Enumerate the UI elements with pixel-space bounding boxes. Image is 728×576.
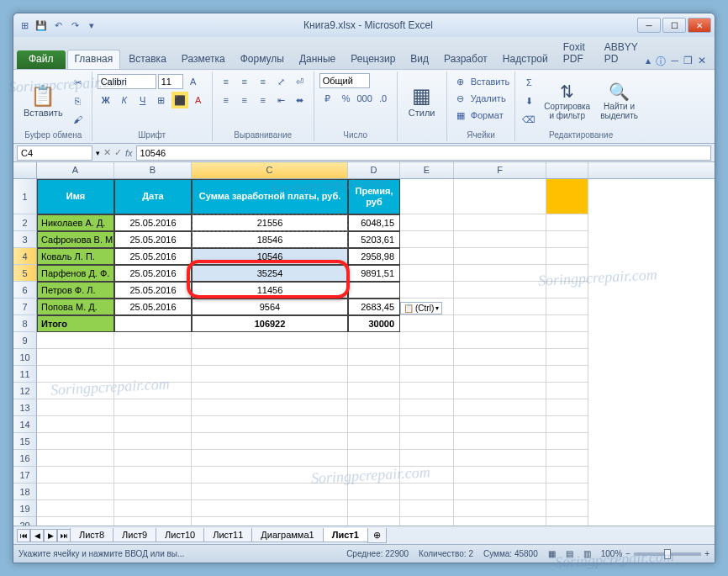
underline-button[interactable]: Ч (135, 92, 151, 108)
yellow-cell[interactable] (546, 179, 588, 214)
doc-minimize-icon[interactable]: ─ (671, 55, 678, 69)
row-header[interactable]: 4 (13, 248, 37, 265)
align-middle-icon[interactable]: ≡ (236, 73, 253, 90)
tab-insert[interactable]: Вставка (122, 50, 173, 69)
grid-body[interactable]: 1 Имя Дата Сумма заработной платы, руб. … (13, 179, 715, 526)
orientation-icon[interactable]: ⤢ (273, 73, 290, 90)
tab-file[interactable]: Файл (17, 50, 66, 69)
doc-close-icon[interactable]: ✕ (698, 55, 706, 69)
row-header[interactable]: 15 (13, 433, 37, 450)
undo-icon[interactable]: ↶ (50, 18, 66, 33)
row-header[interactable]: 10 (13, 349, 37, 366)
cells-insert-button[interactable]: ⊕Вставить (452, 73, 510, 90)
cells-delete-button[interactable]: ⊖Удалить (452, 90, 506, 107)
wrap-text-icon[interactable]: ⏎ (292, 73, 309, 90)
help-icon[interactable]: ⓘ (656, 55, 666, 69)
last-sheet-icon[interactable]: ⏭ (57, 529, 71, 542)
view-break-icon[interactable]: ▥ (583, 549, 591, 558)
grow-font-icon[interactable]: A (185, 73, 202, 90)
col-header-d[interactable]: D (348, 162, 400, 178)
doc-restore-icon[interactable]: ❐ (683, 55, 693, 69)
row-header[interactable]: 17 (13, 467, 37, 484)
number-format-select[interactable] (319, 73, 370, 88)
copied-cell[interactable]: 21556 (192, 214, 348, 231)
next-sheet-icon[interactable]: ▶ (44, 529, 57, 542)
currency-icon[interactable]: ₽ (319, 90, 336, 107)
header-name[interactable]: Имя (37, 179, 114, 214)
maximize-button[interactable]: ☐ (662, 18, 686, 33)
col-header-b[interactable]: B (114, 162, 192, 178)
row-header[interactable]: 14 (13, 416, 37, 433)
select-all-corner[interactable] (13, 162, 37, 178)
zoom-out-icon[interactable]: − (625, 549, 630, 558)
excel-icon[interactable]: ⊞ (17, 18, 32, 33)
minimize-button[interactable]: ─ (637, 18, 661, 33)
new-sheet-button[interactable]: ⊕ (367, 528, 387, 543)
clear-icon[interactable]: ⌫ (520, 111, 537, 128)
sheet-tab[interactable]: Лист9 (113, 528, 156, 542)
align-center-icon[interactable]: ≡ (236, 92, 253, 108)
col-header-g[interactable] (546, 162, 588, 178)
percent-icon[interactable]: % (338, 90, 355, 107)
align-left-icon[interactable]: ≡ (218, 92, 235, 108)
copied-cell[interactable]: 18546 (192, 231, 348, 248)
fill-color-icon[interactable]: ⬛ (171, 92, 188, 108)
paste-options-tag[interactable]: 📋(Ctrl)▾ (400, 302, 442, 314)
prev-sheet-icon[interactable]: ◀ (30, 529, 44, 542)
italic-button[interactable]: К (116, 92, 133, 108)
view-normal-icon[interactable]: ▦ (548, 549, 556, 558)
font-color-icon[interactable]: A (190, 92, 207, 108)
row-header[interactable]: 20 (13, 517, 37, 526)
styles-button[interactable]: ▦ Стили (403, 82, 441, 119)
header-salary[interactable]: Сумма заработной платы, руб. (192, 179, 348, 214)
align-top-icon[interactable]: ≡ (218, 73, 235, 90)
row-header[interactable]: 8 (13, 315, 37, 332)
sheet-tab[interactable]: Диаграмма1 (251, 528, 323, 542)
row-header[interactable]: 7 (13, 299, 37, 315)
sheet-tab[interactable]: Лист11 (203, 528, 252, 542)
align-right-icon[interactable]: ≡ (255, 92, 272, 108)
col-header-f[interactable]: F (454, 162, 546, 178)
tab-abbyy[interactable]: ABBYY PD (598, 39, 645, 69)
tab-layout[interactable]: Разметка (175, 50, 232, 69)
qat-dropdown-icon[interactable]: ▾ (84, 18, 99, 33)
row-header-1[interactable]: 1 (13, 179, 37, 214)
comma-icon[interactable]: 000 (356, 90, 373, 107)
view-layout-icon[interactable]: ▤ (566, 549, 573, 558)
row-header[interactable]: 2 (13, 214, 37, 231)
cut-icon[interactable]: ✂ (70, 74, 87, 91)
row-header[interactable]: 3 (13, 231, 37, 248)
formula-bar[interactable] (136, 145, 711, 161)
active-cell[interactable]: 10546 (192, 248, 348, 265)
border-icon[interactable]: ⊞ (153, 92, 170, 108)
row-header[interactable]: 6 (13, 282, 37, 299)
tab-home[interactable]: Главная (67, 50, 121, 69)
format-painter-icon[interactable]: 🖌 (70, 111, 87, 128)
row-header[interactable]: 19 (13, 500, 37, 517)
name-box[interactable] (17, 145, 92, 161)
tab-foxit[interactable]: Foxit PDF (557, 39, 596, 69)
sort-filter-button[interactable]: ⇅ Сортировка и фильтр (541, 80, 593, 122)
increase-decimal-icon[interactable]: .0 (375, 90, 392, 107)
col-header-a[interactable]: A (37, 162, 114, 178)
autosum-icon[interactable]: Σ (520, 74, 537, 91)
cells-format-button[interactable]: ▦Формат (452, 107, 504, 124)
row-header[interactable]: 9 (13, 332, 37, 349)
enter-icon[interactable]: ✓ (114, 147, 122, 158)
header-bonus[interactable]: Премия, руб (348, 179, 400, 214)
row-header[interactable]: 12 (13, 383, 37, 399)
close-button[interactable]: ✕ (688, 18, 711, 33)
cancel-icon[interactable]: ✕ (103, 147, 111, 158)
bold-button[interactable]: Ж (98, 92, 114, 108)
save-icon[interactable]: 💾 (34, 18, 49, 33)
sheet-tab[interactable]: Лист10 (156, 528, 204, 542)
merge-icon[interactable]: ⬌ (292, 92, 309, 108)
tab-review[interactable]: Рецензир (344, 50, 402, 69)
tab-addins[interactable]: Надстрой (496, 50, 555, 69)
font-name-select[interactable] (98, 74, 156, 89)
align-bottom-icon[interactable]: ≡ (255, 73, 272, 90)
zoom-level[interactable]: 100% (601, 549, 623, 558)
row-header[interactable]: 5 (13, 265, 37, 282)
minimize-ribbon-icon[interactable]: ▴ (646, 55, 651, 69)
tab-formulas[interactable]: Формулы (234, 50, 291, 69)
